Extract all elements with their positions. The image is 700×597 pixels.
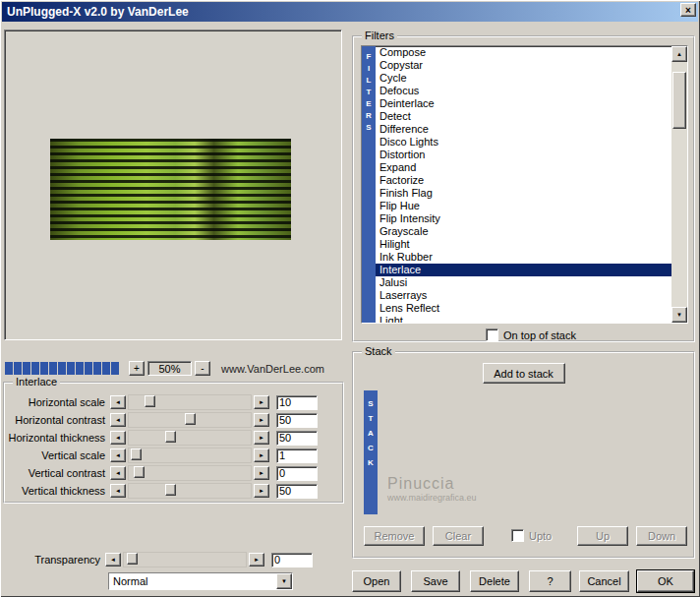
open-button[interactable]: Open bbox=[352, 570, 401, 592]
up-button[interactable]: Up bbox=[577, 526, 628, 546]
slider-label: Transparency bbox=[2, 554, 104, 566]
slider-increment-button[interactable]: ► bbox=[254, 431, 269, 445]
on-top-of-stack-checkbox[interactable] bbox=[486, 328, 498, 341]
filter-item[interactable]: Interlace bbox=[376, 264, 671, 276]
cancel-button[interactable]: Cancel bbox=[579, 570, 629, 592]
slider-value-input[interactable] bbox=[271, 553, 313, 567]
filter-item[interactable]: Disco Lights bbox=[376, 136, 671, 149]
slider-increment-button[interactable]: ► bbox=[254, 484, 269, 498]
slider-value-input[interactable] bbox=[276, 466, 318, 481]
vertical-letter: E bbox=[366, 98, 371, 110]
progress-segment bbox=[23, 362, 30, 375]
filter-item[interactable]: Flip Hue bbox=[376, 200, 671, 212]
filter-item[interactable]: Factorize bbox=[376, 174, 671, 187]
slider-value-input[interactable] bbox=[276, 484, 318, 499]
slider-thumb[interactable] bbox=[134, 466, 145, 478]
slider-increment-button[interactable]: ► bbox=[249, 553, 264, 567]
preview-panel[interactable] bbox=[4, 30, 342, 340]
slider-track[interactable] bbox=[123, 552, 247, 567]
blend-mode-combobox[interactable]: Normal ▼ bbox=[108, 572, 293, 590]
scrollbar-track[interactable] bbox=[671, 62, 687, 307]
slider-thumb[interactable] bbox=[131, 448, 142, 460]
slider-thumb[interactable] bbox=[185, 413, 196, 425]
filter-item[interactable]: Difference bbox=[376, 123, 671, 136]
vertical-letter: F bbox=[367, 51, 372, 63]
scrollbar-up-button[interactable]: ▲ bbox=[671, 46, 687, 62]
filter-item[interactable]: Grayscale bbox=[376, 225, 671, 238]
arrow-down-icon: ▼ bbox=[676, 312, 682, 318]
slider-decrement-button[interactable]: ◄ bbox=[105, 553, 121, 567]
filter-item[interactable]: Detect bbox=[376, 110, 671, 123]
filter-item[interactable]: Light bbox=[376, 315, 671, 323]
slider-decrement-button[interactable]: ◄ bbox=[110, 413, 126, 427]
slider-track[interactable] bbox=[128, 465, 252, 481]
upto-row: Upto bbox=[511, 529, 552, 542]
slider-thumb[interactable] bbox=[127, 553, 138, 565]
save-button[interactable]: Save bbox=[411, 570, 460, 592]
filter-item[interactable]: Ink Rubber bbox=[376, 251, 671, 264]
arrow-left-icon: ◄ bbox=[115, 470, 121, 476]
filter-item[interactable]: Distortion bbox=[376, 149, 671, 161]
filter-item[interactable]: Cycle bbox=[376, 72, 671, 85]
slider-label: Vertical scale bbox=[7, 449, 109, 461]
filter-item[interactable]: Compose bbox=[376, 46, 671, 59]
add-to-stack-button[interactable]: Add to stack bbox=[483, 363, 565, 384]
progress-segment bbox=[49, 362, 57, 375]
filter-item[interactable]: Deinterlace bbox=[376, 97, 671, 110]
filter-item[interactable]: Flip Intensity bbox=[376, 212, 671, 225]
arrow-right-icon: ► bbox=[259, 470, 264, 476]
filter-item[interactable]: Finish Flag bbox=[376, 187, 671, 200]
filters-vertical-bar: FILTERS bbox=[362, 46, 376, 323]
delete-button[interactable]: Delete bbox=[470, 570, 519, 592]
zoom-in-button[interactable]: + bbox=[129, 361, 145, 376]
remove-button[interactable]: Remove bbox=[364, 526, 425, 546]
slider-thumb[interactable] bbox=[145, 395, 155, 407]
slider-value-input[interactable] bbox=[276, 413, 318, 428]
vertical-letter: C bbox=[368, 441, 374, 455]
upto-checkbox[interactable] bbox=[511, 529, 524, 542]
slider-decrement-button[interactable]: ◄ bbox=[110, 431, 126, 445]
slider-decrement-button[interactable]: ◄ bbox=[110, 448, 126, 462]
slider-decrement-button[interactable]: ◄ bbox=[110, 466, 126, 480]
filters-scrollbar[interactable]: ▲ ▼ bbox=[671, 46, 687, 323]
filter-item[interactable]: Lens Reflect bbox=[376, 302, 671, 315]
filters-group-title: Filters bbox=[362, 30, 397, 41]
slider-increment-button[interactable]: ► bbox=[254, 413, 269, 427]
slider-decrement-button[interactable]: ◄ bbox=[110, 484, 126, 498]
down-button[interactable]: Down bbox=[636, 526, 687, 546]
filter-item[interactable]: Copystar bbox=[376, 59, 671, 72]
blend-mode-dropdown-button[interactable]: ▼ bbox=[276, 573, 292, 589]
slider-track[interactable] bbox=[128, 483, 252, 499]
slider-value-input[interactable] bbox=[276, 448, 318, 463]
slider-thumb[interactable] bbox=[165, 484, 176, 496]
slider-track[interactable] bbox=[128, 448, 252, 463]
scrollbar-thumb[interactable] bbox=[672, 72, 686, 129]
filter-item[interactable]: Expand bbox=[376, 161, 671, 174]
slider-increment-button[interactable]: ► bbox=[254, 448, 269, 462]
clear-button[interactable]: Clear bbox=[433, 526, 484, 546]
zoom-out-button[interactable]: - bbox=[195, 361, 210, 376]
slider-track[interactable] bbox=[128, 412, 252, 428]
progress-segment bbox=[85, 362, 92, 375]
slider-label: Vertical thickness bbox=[7, 485, 109, 497]
slider-value-input[interactable] bbox=[276, 395, 318, 410]
slider-increment-button[interactable]: ► bbox=[254, 395, 269, 409]
slider-decrement-button[interactable]: ◄ bbox=[110, 395, 126, 409]
filter-item[interactable]: Jalusi bbox=[376, 276, 671, 289]
watermark: Pinuccia www.maidiregrafica.eu bbox=[387, 475, 477, 503]
slider-track[interactable] bbox=[128, 394, 252, 410]
close-button[interactable]: × bbox=[680, 3, 696, 17]
slider-increment-button[interactable]: ► bbox=[254, 466, 269, 480]
title-bar[interactable]: UnPlugged-X v2.0 by VanDerLee bbox=[2, 2, 698, 22]
help-button[interactable]: ? bbox=[529, 570, 571, 592]
filter-item[interactable]: Laserrays bbox=[376, 289, 671, 302]
interlace-group-title: Interlace bbox=[13, 376, 60, 388]
slider-value-input[interactable] bbox=[276, 431, 318, 446]
vertical-letter: T bbox=[369, 411, 374, 426]
slider-thumb[interactable] bbox=[165, 431, 176, 443]
filter-item[interactable]: Defocus bbox=[376, 85, 671, 97]
slider-track[interactable] bbox=[128, 430, 252, 446]
filter-item[interactable]: Hilight bbox=[376, 238, 671, 251]
ok-button[interactable]: OK bbox=[637, 570, 694, 592]
scrollbar-down-button[interactable]: ▼ bbox=[671, 307, 687, 323]
